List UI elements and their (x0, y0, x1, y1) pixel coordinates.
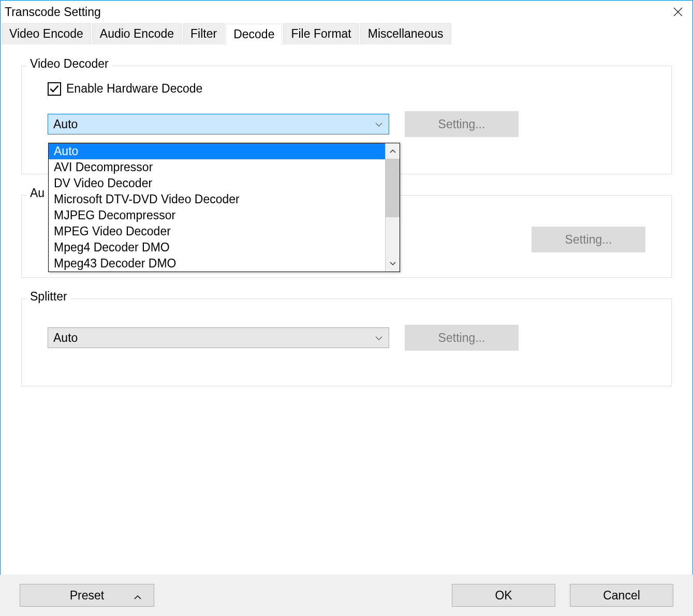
video-decoder-dropdown: Auto AVI Decompressor DV Video Decoder M… (48, 143, 400, 272)
footer-right: OK Cancel (452, 584, 673, 607)
check-icon (49, 84, 60, 94)
ok-button[interactable]: OK (452, 584, 555, 607)
tab-video-encode[interactable]: Video Encode (2, 23, 91, 44)
tab-file-format[interactable]: File Format (283, 23, 359, 44)
window-title: Transcode Setting (5, 5, 101, 19)
chevron-up-icon (390, 149, 396, 153)
splitter-combo[interactable]: Auto (48, 327, 389, 348)
footer: Preset OK Cancel (0, 575, 693, 616)
splitter-group-label: Splitter (27, 290, 70, 304)
video-decoder-combo[interactable]: Auto (48, 114, 389, 134)
dropdown-option[interactable]: Mpeg4 Decoder DMO (49, 239, 385, 256)
dropdown-option[interactable]: DV Video Decoder (49, 175, 385, 191)
tab-audio-encode[interactable]: Audio Encode (92, 23, 182, 44)
chevron-down-icon (390, 262, 396, 266)
dropdown-option[interactable]: Mpeg43 Decoder DMO (49, 256, 385, 272)
tab-miscellaneous[interactable]: Miscellaneous (360, 23, 451, 44)
titlebar: Transcode Setting (1, 1, 692, 23)
video-decoder-combo-value: Auto (53, 117, 78, 131)
dropdown-option[interactable]: AVI Decompressor (49, 159, 385, 175)
tab-filter[interactable]: Filter (183, 23, 225, 44)
preset-button[interactable]: Preset (20, 584, 154, 607)
enable-hw-decode-label: Enable Hardware Decode (66, 82, 202, 96)
video-decoder-group-label: Video Decoder (27, 57, 112, 71)
dropdown-option[interactable]: Auto (49, 143, 385, 159)
dropdown-items: Auto AVI Decompressor DV Video Decoder M… (49, 143, 385, 272)
dropdown-scrollbar[interactable] (385, 143, 400, 272)
footer-left: Preset (20, 584, 154, 607)
splitter-row: Auto Setting... (48, 325, 656, 351)
close-button[interactable] (663, 1, 692, 23)
enable-hw-decode-checkbox[interactable] (48, 82, 61, 96)
scroll-down-button[interactable] (386, 256, 400, 272)
preset-button-label: Preset (70, 589, 104, 603)
splitter-group: Splitter Auto Setting... (21, 298, 672, 386)
enable-hw-decode-row: Enable Hardware Decode (48, 82, 656, 96)
video-decoder-row: Auto Setting... (48, 111, 656, 137)
tab-decode[interactable]: Decode (226, 24, 282, 45)
close-icon (673, 7, 683, 17)
video-decoder-group: Video Decoder Enable Hardware Decode Aut… (21, 66, 672, 174)
cancel-button[interactable]: Cancel (570, 584, 673, 607)
chevron-down-icon (375, 334, 382, 342)
dropdown-option[interactable]: MPEG Video Decoder (49, 223, 385, 239)
content-area: Video Decoder Enable Hardware Decode Aut… (1, 45, 692, 386)
audio-decoder-group-label: Au (27, 186, 48, 200)
audio-decoder-setting-button[interactable]: Setting... (532, 227, 645, 252)
tab-bar: Video Encode Audio Encode Filter Decode … (1, 23, 692, 45)
scroll-thumb[interactable] (386, 159, 400, 217)
dropdown-option[interactable]: MJPEG Decompressor (49, 207, 385, 223)
splitter-combo-value: Auto (53, 331, 78, 345)
chevron-up-icon (134, 589, 141, 603)
video-decoder-setting-button[interactable]: Setting... (405, 111, 519, 137)
scroll-track[interactable] (386, 159, 400, 256)
scroll-up-button[interactable] (386, 143, 400, 159)
chevron-down-icon (375, 120, 382, 128)
dropdown-option[interactable]: Microsoft DTV-DVD Video Decoder (49, 191, 385, 207)
splitter-setting-button[interactable]: Setting... (405, 325, 519, 351)
